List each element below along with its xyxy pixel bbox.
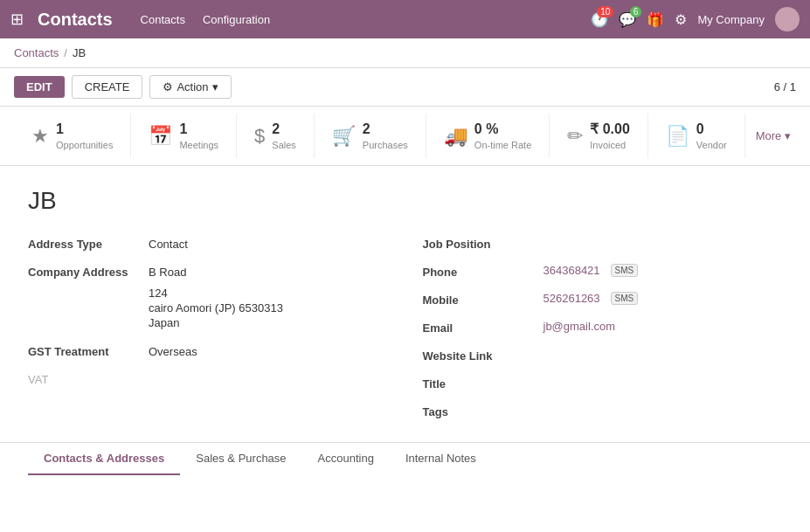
smart-buttons-bar: ★ 1 Opportunities 📅 1 Meetings $ 2 Sales…: [0, 107, 810, 166]
invoiced-button[interactable]: ✏ ₹ 0.00 Invoiced: [550, 114, 648, 158]
create-button[interactable]: CREATE: [72, 75, 143, 99]
vat-row: VAT: [28, 371, 388, 392]
sales-button[interactable]: $ 2 Sales: [237, 114, 315, 158]
company-address-line1: B Road: [149, 264, 186, 279]
app-title: Contacts: [38, 10, 113, 30]
tabs-bar: Contacts & Addresses Sales & Purchase Ac…: [0, 442, 810, 475]
vendor-button[interactable]: 📄 0 Vendor: [648, 114, 745, 158]
nav-link-contacts[interactable]: Contacts: [141, 13, 185, 26]
gst-treatment-label: GST Treatment: [28, 343, 142, 358]
ontime-rate-label: On-time Rate: [474, 139, 531, 151]
company-address-row: Company Address B Road: [28, 264, 388, 285]
address-type-value: Contact: [149, 236, 188, 251]
opportunities-button[interactable]: ★ 1 Opportunities: [14, 114, 131, 158]
top-navigation: ⊞ Contacts Contacts Configuration 🕐 10 💬…: [0, 0, 810, 38]
vat-label: VAT: [28, 371, 48, 386]
gst-treatment-row: GST Treatment Overseas: [28, 343, 388, 364]
more-button[interactable]: More ▾: [745, 122, 802, 149]
tags-row: Tags: [423, 404, 783, 425]
dollar-icon: $: [254, 125, 265, 148]
meetings-count: 1: [179, 121, 218, 139]
main-content: JB Address Type Contact Company Address …: [0, 166, 810, 532]
activity-badge-wrap[interactable]: 🕐 10: [591, 11, 608, 28]
right-section: Job Position Phone 364368421 SMS Mobile …: [423, 236, 783, 425]
nav-links: Contacts Configuration: [141, 13, 578, 26]
breadcrumb-parent[interactable]: Contacts: [14, 46, 59, 59]
phone-label: Phone: [423, 264, 537, 279]
mobile-sms-button[interactable]: SMS: [611, 292, 639, 305]
address-line4: Japan: [149, 316, 388, 329]
company-name[interactable]: My Company: [697, 13, 765, 26]
address-line3: cairo Aomori (JP) 6530313: [149, 301, 388, 314]
opportunities-count: 1: [56, 121, 113, 139]
purchases-count: 2: [363, 121, 408, 139]
truck-icon: 🚚: [444, 125, 467, 148]
user-avatar[interactable]: [775, 7, 800, 31]
edit-button[interactable]: EDIT: [14, 76, 65, 98]
vendor-label: Vendor: [696, 139, 727, 151]
contact-name: JB: [28, 187, 782, 215]
mobile-row: Mobile 526261263 SMS: [423, 292, 783, 313]
phone-sms-button[interactable]: SMS: [611, 264, 639, 277]
title-label: Title: [423, 376, 537, 390]
tab-contacts-addresses[interactable]: Contacts & Addresses: [28, 443, 180, 475]
email-row: Email jb@gmail.com: [423, 320, 783, 341]
email-value[interactable]: jb@gmail.com: [543, 320, 616, 333]
topnav-right: 🕐 10 💬 6 🎁 ⚙ My Company: [591, 7, 800, 31]
vendor-icon: 📄: [666, 125, 689, 148]
apps-grid-icon[interactable]: ⊞: [10, 10, 24, 29]
invoiced-value: ₹ 0.00: [590, 121, 630, 139]
action-bar: EDIT CREATE ⚙ Action ▾ 6 / 1: [0, 68, 810, 107]
chevron-down-icon: ▾: [212, 80, 218, 93]
settings-icon[interactable]: ⚙: [675, 11, 687, 28]
breadcrumb-separator: /: [64, 46, 67, 59]
website-row: Website Link: [423, 348, 783, 369]
action-button[interactable]: ⚙ Action ▾: [149, 75, 231, 99]
ontime-rate-button[interactable]: 🚚 0 % On-time Rate: [426, 114, 550, 158]
email-label: Email: [423, 320, 537, 335]
gear-icon: ⚙: [163, 80, 173, 93]
invoiced-label: Invoiced: [590, 139, 630, 151]
mobile-value[interactable]: 526261263: [543, 292, 600, 305]
breadcrumb: Contacts / JB: [0, 38, 810, 68]
nav-link-configuration[interactable]: Configuration: [203, 13, 270, 26]
contact-form: Address Type Contact Company Address B R…: [28, 236, 782, 425]
ontime-rate-value: 0 %: [474, 121, 531, 139]
tab-internal-notes[interactable]: Internal Notes: [390, 443, 492, 475]
tab-accounting[interactable]: Accounting: [302, 443, 390, 475]
invoice-icon: ✏: [567, 125, 583, 148]
address-type-label: Address Type: [28, 236, 142, 251]
phone-value[interactable]: 364368421: [543, 264, 600, 277]
sales-count: 2: [272, 121, 296, 139]
more-label: More: [756, 129, 782, 142]
gift-icon[interactable]: 🎁: [647, 11, 664, 28]
tags-label: Tags: [423, 404, 537, 418]
star-icon: ★: [31, 125, 49, 148]
calendar-icon: 📅: [149, 125, 172, 148]
message-badge-wrap[interactable]: 💬 6: [619, 11, 636, 28]
chevron-down-icon: ▾: [785, 129, 791, 142]
address-type-row: Address Type Contact: [28, 236, 388, 257]
opportunities-label: Opportunities: [56, 139, 113, 151]
activity-count: 10: [597, 6, 613, 17]
address-line2: 124: [149, 287, 388, 300]
breadcrumb-current: JB: [73, 46, 86, 59]
job-position-row: Job Position: [423, 236, 783, 257]
action-label: Action: [177, 80, 208, 93]
purchases-label: Purchases: [363, 139, 408, 151]
company-address-label: Company Address: [28, 264, 142, 279]
address-additional: 124 cairo Aomori (JP) 6530313 Japan: [149, 287, 388, 329]
meetings-label: Meetings: [179, 139, 218, 151]
left-section: Address Type Contact Company Address B R…: [28, 236, 388, 425]
title-row: Title: [423, 376, 783, 397]
mobile-label: Mobile: [423, 292, 537, 307]
phone-row: Phone 364368421 SMS: [423, 264, 783, 285]
cart-icon: 🛒: [332, 125, 356, 148]
purchases-button[interactable]: 🛒 2 Purchases: [315, 114, 426, 158]
pagination: 6 / 1: [774, 80, 796, 93]
vendor-count: 0: [696, 121, 727, 139]
sales-label: Sales: [272, 139, 296, 151]
gst-treatment-value: Overseas: [149, 343, 197, 358]
meetings-button[interactable]: 📅 1 Meetings: [131, 114, 237, 158]
tab-sales-purchase[interactable]: Sales & Purchase: [180, 443, 301, 475]
